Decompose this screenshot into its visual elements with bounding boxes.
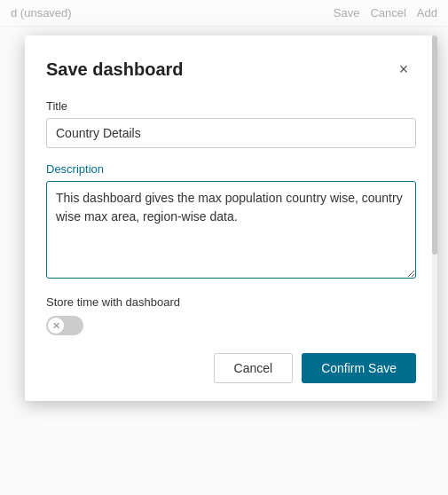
cancel-button[interactable]: Cancel — [214, 353, 294, 383]
toggle-container: ✕ — [46, 316, 416, 335]
description-field-group: Description This dashboard gives the max… — [46, 162, 416, 281]
toggle-section: Store time with dashboard ✕ — [46, 295, 416, 335]
scrollbar-track[interactable] — [432, 35, 437, 401]
description-label: Description — [46, 162, 416, 176]
scrollbar-thumb[interactable] — [432, 35, 437, 255]
page-background: d (unsaved) Save Cancel Add Save dashboa… — [0, 0, 448, 495]
store-time-toggle[interactable]: ✕ — [46, 316, 83, 335]
modal-header: Save dashboard × — [46, 57, 416, 82]
toggle-icon: ✕ — [52, 320, 60, 332]
confirm-save-button[interactable]: Confirm Save — [302, 353, 416, 383]
modal-footer: Cancel Confirm Save — [46, 353, 416, 383]
close-button[interactable]: × — [391, 57, 416, 82]
title-label: Title — [46, 99, 416, 113]
toggle-label: Store time with dashboard — [46, 295, 416, 309]
toggle-slider: ✕ — [46, 316, 83, 335]
modal-title: Save dashboard — [46, 59, 184, 80]
title-field-group: Title — [46, 99, 416, 162]
description-textarea[interactable]: This dashboard gives the max population … — [46, 181, 416, 279]
toggle-thumb: ✕ — [48, 318, 64, 334]
title-input[interactable] — [46, 118, 416, 148]
save-dashboard-modal: Save dashboard × Title Description This … — [25, 35, 437, 401]
